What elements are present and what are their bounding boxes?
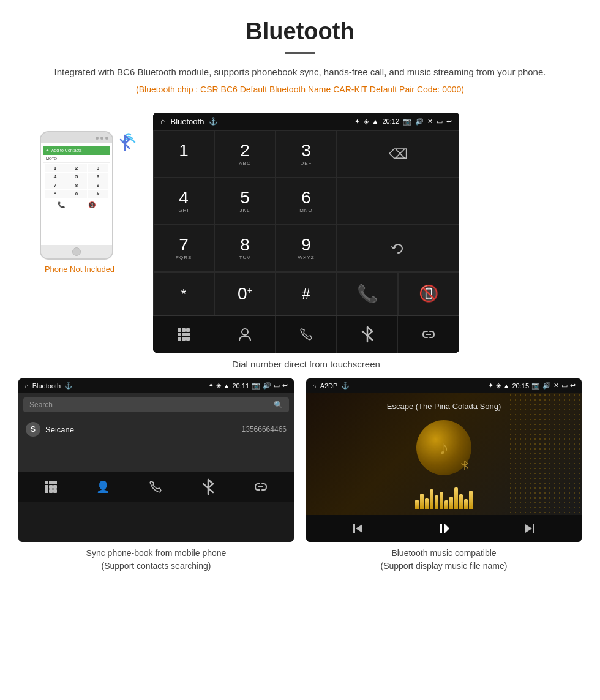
music-main-screen: Escape (The Pina Colada Song) ♪ [306,393,582,515]
music-play-pause-icon[interactable] [437,521,451,536]
dot-pattern-decoration [508,393,582,515]
music-bluetooth-overlay-icon [461,461,468,472]
dialpad-key-8[interactable]: 8 TUV [214,225,276,272]
music-close-icon: ✕ [553,382,559,390]
pb-content: Search 🔍 S Seicane 13566664466 [18,393,294,472]
svg-marker-25 [525,524,532,533]
dialpad-btn-phone[interactable] [276,316,337,353]
svg-rect-5 [186,333,190,336]
pb-person-icon[interactable]: 👤 [96,480,110,494]
phone-key-1: 1 [45,164,66,172]
pb-phone-icon[interactable] [149,480,162,494]
svg-rect-1 [182,328,186,332]
pb-status-time: 20:11 [232,382,249,390]
svg-rect-4 [182,333,186,336]
svg-rect-15 [49,485,53,489]
pb-grid-icon[interactable] [44,480,58,494]
dialpad-btn-grid[interactable] [153,316,214,353]
dialpad-rotate[interactable] [337,225,459,272]
eq-bar-12 [469,491,473,509]
phone-key-8: 8 [66,181,87,189]
dialpad-backspace[interactable]: ⌫ [337,130,459,178]
dialpad-key-0[interactable]: 0+ [214,272,276,315]
svg-marker-21 [356,524,362,533]
status-title: Bluetooth [170,117,204,126]
dialpad-call-red[interactable]: 📵 [398,272,459,315]
phone-key-7: 7 [45,181,66,189]
music-caption: Bluetooth music compatible (Support disp… [306,542,582,573]
phone-illustration: + Add to Contacts MOTO 1 2 3 4 5 6 7 8 9 [18,113,141,274]
location-icon: ◈ [364,118,369,126]
pb-bt-icon: ✦ [208,382,214,390]
music-home-icon: ⌂ [312,382,317,390]
dialpad-btn-bluetooth[interactable] [337,316,398,353]
dialpad-call-green[interactable]: 📞 [337,272,398,315]
phonebook-screenshot: ⌂ Bluetooth ⚓ ✦ ◈ ▲ 20:11 📷 🔊 ▭ ↩ [18,378,294,542]
eq-bar-6 [440,492,443,509]
pb-status-right: ✦ ◈ ▲ 20:11 📷 🔊 ▭ ↩ [208,382,288,390]
music-caption-line1: Bluetooth music compatible [391,548,496,558]
dialpad-section: ⌂ Bluetooth ⚓ ✦ ◈ ▲ 20:12 📷 🔊 ✕ ▭ ↩ [153,113,459,378]
dialpad-btn-person[interactable] [214,316,276,353]
eq-bar-1 [415,500,419,509]
music-vol-icon: 🔊 [542,382,551,390]
pb-volume-icon: 🔊 [263,382,271,390]
status-time: 20:12 [382,118,399,125]
svg-rect-19 [53,489,57,493]
music-status-right: ✦ ◈ ▲ 20:15 📷 🔊 ✕ ▭ ↩ [488,382,576,390]
pb-contact-number: 13566664466 [242,425,287,434]
eq-bar-10 [459,494,463,509]
dialpad-key-hash[interactable]: # [276,272,337,315]
pb-search-bar[interactable]: Search 🔍 [23,397,289,412]
music-equalizer [415,484,473,509]
dialpad-key-3[interactable]: 3 DEF [276,130,337,178]
person-icon: + [46,148,49,153]
phone-key-star: * [45,190,66,198]
pb-spacer [23,442,289,467]
usb-icon: ⚓ [209,117,218,126]
volume-icon: 🔊 [415,118,424,126]
pb-camera-icon: 📷 [252,382,260,390]
music-signal-icon: ▲ [503,382,510,390]
search-icon: 🔍 [274,401,283,409]
phone-dot [96,137,99,140]
pb-contact-row[interactable]: S Seicane 13566664466 [23,417,289,442]
pb-home-icon: ⌂ [24,382,29,390]
dialpad-key-4[interactable]: 4 GHI [153,178,214,225]
dialpad-key-star[interactable]: * [153,272,214,315]
svg-rect-23 [440,524,442,533]
music-bt-status-icon: ✦ [488,382,493,390]
pb-link-icon[interactable] [253,480,268,494]
status-left: ⌂ Bluetooth ⚓ [160,116,218,126]
phone-key-5: 5 [66,173,87,181]
screen-icon: ▭ [437,118,443,126]
pb-contact-name: Seicane [45,425,237,434]
svg-rect-11 [45,481,48,484]
eq-bar-7 [444,500,448,509]
dialpad-key-2[interactable]: 2 ABC [214,130,276,178]
dialpad-key-5[interactable]: 5 JKL [214,178,276,225]
phone-key-6: 6 [88,173,108,181]
dialpad-key-1[interactable]: 1 _ [153,130,214,178]
dialpad-key-9[interactable]: 9 WXYZ [276,225,337,272]
dialpad-bottom-bar [153,315,459,353]
dialpad-btn-link[interactable] [398,316,459,353]
svg-rect-16 [53,485,57,489]
home-icon: ⌂ [160,116,165,126]
phone-key-2: 2 [66,164,87,172]
music-back-icon: ↩ [570,382,576,390]
rotate-icon [389,239,407,258]
pb-bluetooth-icon[interactable] [201,478,215,495]
dialpad-key-7[interactable]: 7 PQRS [153,225,214,272]
phone-dot [105,137,108,140]
music-next-icon[interactable] [522,521,537,536]
music-usb-icon: ⚓ [341,382,350,390]
phone-key-3: 3 [88,164,108,172]
grid-icon [177,328,190,341]
eq-bar-2 [420,494,424,509]
phonebook-caption-line1: Sync phone-book from mobile phone [86,548,227,558]
link-icon [421,327,436,342]
person-icon [238,328,252,341]
dialpad-key-6[interactable]: 6 MNO [276,178,337,225]
music-prev-icon[interactable] [351,521,366,536]
